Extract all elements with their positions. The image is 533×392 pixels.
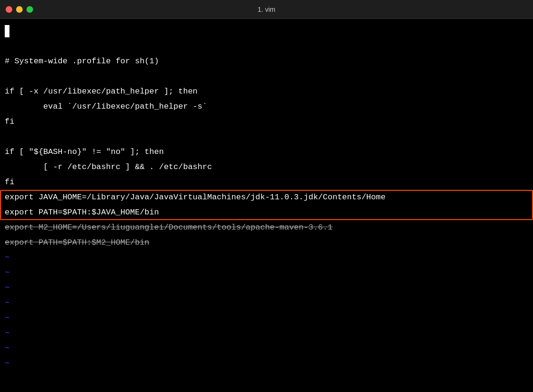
code-line: if [ -x /usr/libexec/path_helper ]; then xyxy=(0,84,533,99)
code-line: export PATH=$PATH:$JAVA_HOME/bin xyxy=(0,205,533,220)
code-line: ~ xyxy=(0,326,533,341)
code-line xyxy=(0,24,533,39)
traffic-lights xyxy=(6,6,33,13)
code-line: ~ xyxy=(0,356,533,371)
code-line: eval `/usr/libexec/path_helper -s` xyxy=(0,99,533,114)
code-line: ~ xyxy=(0,265,533,281)
close-button[interactable] xyxy=(6,6,12,13)
code-line xyxy=(0,39,533,54)
code-line xyxy=(0,129,533,145)
code-line: ~ xyxy=(0,281,533,296)
code-line: fi xyxy=(0,114,533,129)
code-line: ~ xyxy=(0,311,533,326)
cursor xyxy=(5,25,9,37)
editor-area[interactable]: # System-wide .profile for sh(1)if [ -x … xyxy=(0,19,533,392)
code-line: ~ xyxy=(0,296,533,311)
code-line: ~ xyxy=(0,250,533,265)
code-line: ~ xyxy=(0,341,533,356)
code-line: export PATH=$PATH:$M2_HOME/bin xyxy=(0,235,533,250)
code-line: export M2_HOME=/Users/liuguanglei/Docume… xyxy=(0,220,533,235)
window-title: 1. vim xyxy=(258,6,275,13)
code-line: export JAVA_HOME=/Library/Java/JavaVirtu… xyxy=(0,190,533,205)
code-line xyxy=(0,69,533,84)
code-line: fi xyxy=(0,175,533,190)
minimize-button[interactable] xyxy=(16,6,23,13)
code-line: [ -r /etc/bashrc ] && . /etc/bashrc xyxy=(0,160,533,175)
title-bar: 1. vim xyxy=(0,0,533,19)
maximize-button[interactable] xyxy=(26,6,33,13)
code-line: if [ "${BASH-no}" != "no" ]; then xyxy=(0,145,533,160)
code-line: # System-wide .profile for sh(1) xyxy=(0,54,533,69)
